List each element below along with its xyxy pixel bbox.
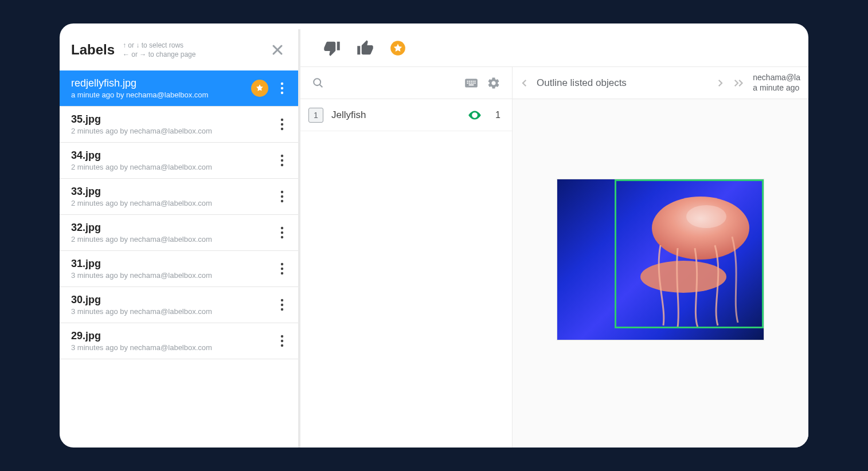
item-meta: 2 minutes ago by nechama@labelbox.com [71,235,274,244]
object-hotkey: 1 [308,108,323,123]
svg-point-17 [281,272,283,274]
app-frame: Labels ↑ or ↓ to select rows ← or → to c… [60,23,808,448]
svg-point-20 [281,308,283,311]
main-body: 1 Jellyfish 1 Outline listed objects [300,67,808,448]
preview-user: nechama@la [753,73,800,83]
item-name: 35.jpg [71,113,274,125]
item-name: 32.jpg [71,222,274,234]
gear-icon[interactable] [487,76,501,90]
preview-time: a minute ago [753,83,800,93]
sidebar-title: Labels [71,42,115,58]
more-icon[interactable] [274,118,290,131]
search-icon[interactable] [312,77,324,89]
svg-point-13 [281,231,283,234]
object-count: 1 [490,110,501,120]
svg-point-5 [281,128,283,130]
skip-icon[interactable] [732,78,747,88]
item-meta: 3 minutes ago by nechama@labelbox.com [71,307,274,316]
objects-toolbar [300,67,512,99]
svg-point-1 [281,87,283,89]
item-meta: 2 minutes ago by nechama@labelbox.com [71,163,274,171]
item-meta: 3 minutes ago by nechama@labelbox.com [71,271,274,280]
svg-point-11 [281,200,283,202]
svg-point-10 [281,195,283,198]
svg-point-23 [281,344,283,347]
list-item[interactable]: 35.jpg2 minutes ago by nechama@labelbox.… [60,107,298,143]
preview-panel: Outline listed objects nechama@la a minu… [513,67,808,448]
task-title: Outline listed objects [537,77,708,89]
svg-point-12 [281,227,283,229]
svg-point-25 [314,78,320,85]
item-name: 33.jpg [71,186,274,198]
list-item[interactable]: 32.jpg2 minutes ago by nechama@labelbox.… [60,215,298,251]
more-icon[interactable] [274,190,290,203]
labels-list: redjellyfish.jpga minute ago by nechama@… [60,70,298,448]
hint-rows: ↑ or ↓ to select rows [123,41,196,50]
list-item[interactable]: 33.jpg2 minutes ago by nechama@labelbox.… [60,179,298,215]
more-icon[interactable] [274,262,290,275]
item-meta: a minute ago by nechama@labelbox.com [71,91,251,99]
svg-point-8 [281,164,283,166]
keyboard-icon[interactable] [464,76,479,91]
list-item[interactable]: 30.jpg3 minutes ago by nechama@labelbox.… [60,287,298,323]
keyboard-hints: ↑ or ↓ to select rows ← or → to change p… [123,41,196,59]
thumbs-down-icon[interactable] [323,40,341,57]
item-meta: 2 minutes ago by nechama@labelbox.com [71,127,274,135]
svg-point-14 [281,236,283,238]
bounding-box[interactable] [615,179,764,328]
svg-point-16 [281,268,283,270]
preview-header: Outline listed objects nechama@la a minu… [513,67,808,99]
svg-point-3 [281,119,283,121]
labels-sidebar: Labels ↑ or ↓ to select rows ← or → to c… [60,29,300,448]
svg-point-2 [281,92,283,94]
svg-line-26 [320,84,323,87]
svg-point-0 [281,83,283,85]
list-item[interactable]: 34.jpg2 minutes ago by nechama@labelbox.… [60,143,298,179]
visibility-icon[interactable] [467,108,482,123]
more-icon[interactable] [274,335,290,347]
svg-point-21 [281,335,283,337]
item-name: 31.jpg [71,258,274,270]
svg-point-6 [281,155,283,157]
star-icon[interactable] [390,40,406,56]
item-name: redjellyfish.jpg [71,77,251,89]
close-icon[interactable] [267,40,288,60]
next-icon[interactable] [714,78,726,88]
sidebar-header: Labels ↑ or ↓ to select rows ← or → to c… [60,29,298,70]
item-meta: 2 minutes ago by nechama@labelbox.com [71,199,274,207]
prev-icon[interactable] [518,78,531,88]
star-badge-icon [251,80,268,97]
list-item[interactable]: 31.jpg3 minutes ago by nechama@labelbox.… [60,251,298,287]
svg-point-18 [281,299,283,301]
item-name: 34.jpg [71,150,274,162]
asset-image [557,179,764,340]
object-row[interactable]: 1 Jellyfish 1 [300,99,512,131]
svg-point-7 [281,159,283,162]
hint-page: ← or → to change page [123,50,196,59]
svg-point-4 [281,123,283,125]
svg-point-9 [281,191,283,193]
list-item[interactable]: redjellyfish.jpga minute ago by nechama@… [60,70,298,107]
object-name: Jellyfish [331,109,459,121]
preview-meta: nechama@la a minute ago [753,73,800,93]
thumbs-up-icon[interactable] [357,40,374,57]
list-item[interactable]: 29.jpg3 minutes ago by nechama@labelbox.… [60,323,298,359]
svg-point-15 [281,263,283,265]
svg-point-19 [281,304,283,306]
preview-canvas[interactable] [513,99,808,448]
item-meta: 3 minutes ago by nechama@labelbox.com [71,343,274,352]
item-name: 29.jpg [71,330,274,342]
objects-panel: 1 Jellyfish 1 [300,67,513,448]
main-panel: 1 Jellyfish 1 Outline listed objects [300,29,808,448]
more-icon[interactable] [274,154,290,167]
svg-point-27 [474,113,476,116]
more-icon[interactable] [274,226,290,239]
more-icon[interactable] [274,299,290,311]
svg-point-22 [281,340,283,342]
review-toolbar [300,29,808,67]
more-icon[interactable] [274,82,290,95]
item-name: 30.jpg [71,294,274,306]
